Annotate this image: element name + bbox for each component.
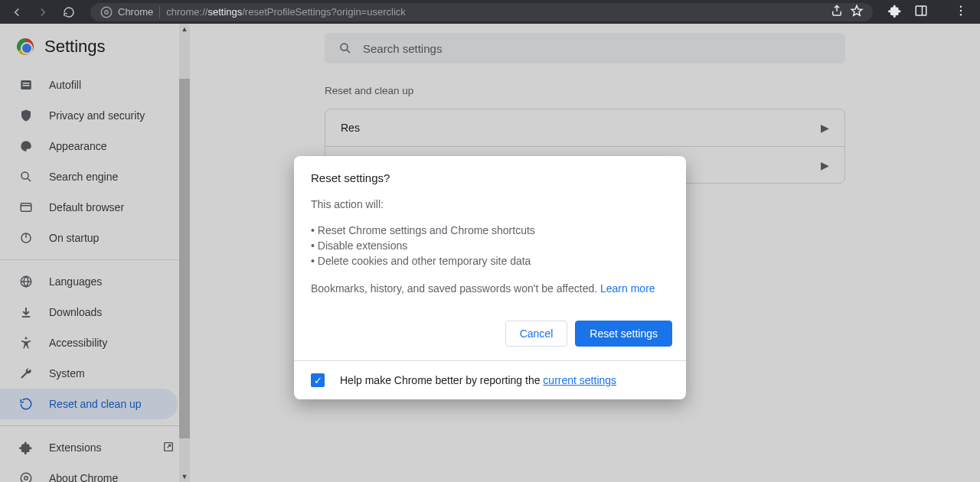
dialog-bullet-list: • Reset Chrome settings and Chrome short… <box>311 223 669 269</box>
dialog-title: Reset settings? <box>311 171 669 184</box>
sidebar-item-extensions[interactable]: Extensions <box>0 432 178 463</box>
dialog-bullet: • Delete cookies and other temporary sit… <box>311 253 669 269</box>
scrollbar-up-icon[interactable]: ▲ <box>179 24 190 34</box>
extensions-icon[interactable] <box>888 4 902 21</box>
page-title: Settings <box>44 37 106 57</box>
sidebar-item-browser[interactable]: Default browser <box>0 192 178 223</box>
wrench-icon <box>18 366 34 380</box>
current-settings-link[interactable]: current settings <box>543 374 616 386</box>
svg-point-1 <box>105 10 109 14</box>
bookmark-icon[interactable] <box>850 4 864 20</box>
sidebar-item-appearance[interactable]: Appearance <box>0 131 178 161</box>
sidebar-item-autofill[interactable]: Autofill <box>0 70 178 100</box>
sidebar-item-languages[interactable]: Languages <box>0 266 178 297</box>
svg-line-24 <box>347 50 350 53</box>
share-icon[interactable] <box>830 4 844 20</box>
dialog-footer: Cancel Reset settings <box>294 310 686 360</box>
sidebar-item-search[interactable]: Search engine <box>0 161 178 192</box>
report-settings-row: ✓ Help make Chrome better by reporting t… <box>294 361 686 399</box>
settings-page: Settings Autofill Privacy and security A… <box>0 24 980 482</box>
svg-line-11 <box>28 178 31 181</box>
svg-rect-12 <box>21 204 31 212</box>
external-link-icon <box>162 441 175 455</box>
sidebar-item-startup[interactable]: On startup <box>0 223 178 253</box>
download-icon <box>18 305 34 319</box>
dialog-bullet: • Disable extensions <box>311 238 669 253</box>
sidebar-item-label: Reset and clean up <box>49 398 142 410</box>
browser-icon <box>18 200 34 214</box>
search-icon <box>338 41 352 55</box>
sidebar-item-label: Default browser <box>49 201 124 213</box>
reset-settings-button[interactable]: Reset settings <box>575 321 672 347</box>
sidebar-item-label: Languages <box>49 275 102 288</box>
sidebar-divider <box>0 425 190 426</box>
svg-point-0 <box>101 7 112 18</box>
palette-icon <box>18 139 34 153</box>
svg-point-22 <box>24 477 28 480</box>
svg-point-10 <box>21 172 28 179</box>
sidebar-divider <box>0 259 190 260</box>
search-input[interactable]: Search settings <box>325 33 845 64</box>
sidebar-item-label: Accessibility <box>49 337 107 349</box>
back-button[interactable] <box>8 3 26 21</box>
sidebar-item-about[interactable]: About Chrome <box>0 463 178 482</box>
sidebar-item-label: Autofill <box>49 79 81 91</box>
panel-icon[interactable] <box>914 4 928 21</box>
sidebar-item-label: On startup <box>49 232 99 244</box>
svg-rect-8 <box>23 83 30 84</box>
svg-rect-2 <box>916 6 926 15</box>
sidebar-item-accessibility[interactable]: Accessibility <box>0 327 178 358</box>
sidebar-item-label: Extensions <box>49 441 101 454</box>
dialog-keep-text: Bookmarks, history, and saved passwords … <box>311 281 669 296</box>
extensions-icon <box>18 441 34 454</box>
browser-toolbar: Chrome chrome://settings/resetProfileSet… <box>0 0 980 24</box>
sidebar-item-label: System <box>49 367 85 379</box>
restore-settings-row[interactable]: Res ▶ <box>325 109 844 146</box>
shield-icon <box>18 109 34 122</box>
scrollbar-down-icon[interactable]: ▼ <box>179 471 190 482</box>
chevron-right-icon: ▶ <box>821 122 829 134</box>
sidebar: Settings Autofill Privacy and security A… <box>0 24 190 482</box>
svg-point-23 <box>341 44 348 50</box>
section-title: Reset and clean up <box>325 85 845 96</box>
dialog-bullet: • Reset Chrome settings and Chrome short… <box>311 223 669 238</box>
svg-point-4 <box>960 5 962 7</box>
address-bar[interactable]: Chrome chrome://settings/resetProfileSet… <box>90 3 873 21</box>
search-icon <box>18 170 34 184</box>
svg-point-21 <box>21 473 31 482</box>
address-separator <box>159 6 160 18</box>
svg-point-6 <box>960 14 962 15</box>
page-title-row: Settings <box>0 24 190 70</box>
sidebar-item-label: Appearance <box>49 140 107 152</box>
learn-more-link[interactable]: Learn more <box>600 282 655 295</box>
search-placeholder: Search settings <box>363 42 442 55</box>
reset-settings-dialog: Reset settings? This action will: • Rese… <box>294 156 686 399</box>
sidebar-scrollbar[interactable]: ▲ ▼ <box>179 24 190 482</box>
accessibility-icon <box>18 336 34 350</box>
toolbar-right <box>888 4 968 21</box>
chrome-origin-label: Chrome <box>118 6 153 18</box>
reload-button[interactable] <box>60 3 78 21</box>
forward-button[interactable] <box>34 3 52 21</box>
url-text: chrome://settings/resetProfileSettings?o… <box>166 6 406 18</box>
report-checkbox[interactable]: ✓ <box>311 373 325 387</box>
globe-icon <box>18 275 34 288</box>
report-label: Help make Chrome better by reporting the… <box>340 374 616 386</box>
sidebar-item-label: Search engine <box>49 171 118 183</box>
sidebar-item-label: Downloads <box>49 306 102 318</box>
svg-point-19 <box>25 337 28 340</box>
cancel-button[interactable]: Cancel <box>505 321 568 347</box>
chrome-outline-icon <box>18 471 34 482</box>
scrollbar-thumb[interactable] <box>179 79 190 438</box>
chrome-logo-icon <box>17 38 34 55</box>
sidebar-item-privacy[interactable]: Privacy and security <box>0 100 178 131</box>
menu-button[interactable] <box>954 4 968 21</box>
chrome-icon <box>100 5 113 19</box>
sidebar-item-downloads[interactable]: Downloads <box>0 297 178 327</box>
chevron-right-icon: ▶ <box>821 159 829 171</box>
sidebar-item-reset[interactable]: Reset and clean up <box>0 389 178 419</box>
sidebar-item-system[interactable]: System <box>0 358 178 389</box>
dialog-intro: This action will: <box>311 198 669 210</box>
sidebar-item-label: About Chrome <box>49 472 118 482</box>
power-icon <box>18 231 34 245</box>
